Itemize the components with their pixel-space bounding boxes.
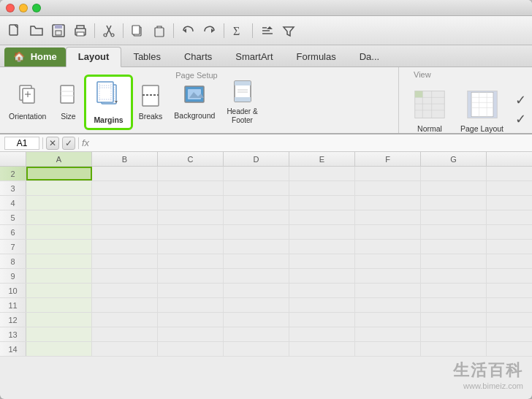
tab-layout[interactable]: Layout (66, 47, 122, 67)
cell[interactable] (92, 342, 158, 356)
cell[interactable] (92, 269, 158, 283)
cell[interactable] (421, 298, 487, 312)
cell[interactable] (421, 240, 487, 254)
cell[interactable] (92, 298, 158, 312)
cell[interactable] (92, 327, 158, 341)
cell[interactable] (355, 167, 421, 180)
formula-cancel[interactable]: ✕ (46, 137, 59, 150)
cell[interactable] (355, 342, 421, 356)
cell[interactable] (355, 240, 421, 254)
cell[interactable] (355, 210, 421, 224)
cell[interactable] (26, 327, 92, 341)
open-icon[interactable] (26, 20, 47, 41)
cell[interactable] (224, 313, 289, 327)
size-button[interactable]: Size (52, 77, 84, 127)
cell[interactable] (26, 196, 92, 210)
cell[interactable] (355, 196, 421, 210)
cell[interactable] (158, 225, 224, 239)
cell[interactable] (26, 298, 92, 312)
cell[interactable] (158, 196, 224, 210)
margins-button[interactable]: Margins (84, 75, 132, 130)
cell[interactable] (355, 254, 421, 268)
cell[interactable] (421, 284, 487, 297)
cell[interactable] (355, 298, 421, 312)
cell[interactable] (289, 240, 355, 254)
cell[interactable] (421, 181, 487, 195)
cell[interactable] (289, 225, 355, 239)
cut-icon[interactable] (99, 20, 119, 41)
cell[interactable] (289, 181, 355, 195)
formula-confirm[interactable]: ✓ (62, 137, 75, 150)
cell[interactable] (158, 342, 224, 356)
breaks-button[interactable]: Breaks (133, 77, 169, 127)
cell[interactable] (224, 269, 289, 283)
cell[interactable] (289, 298, 355, 312)
col-header-c[interactable]: C (158, 152, 224, 166)
cell[interactable] (26, 313, 92, 327)
sort-icon[interactable] (256, 20, 277, 41)
cell[interactable] (289, 269, 355, 283)
cell[interactable] (289, 196, 355, 210)
tab-data[interactable]: Da... (348, 48, 391, 66)
cell[interactable] (355, 284, 421, 297)
col-header-f[interactable]: F (355, 152, 421, 166)
background-button[interactable]: Background (168, 77, 221, 127)
cell[interactable] (158, 240, 224, 254)
paste-icon[interactable] (149, 20, 170, 41)
cell[interactable] (421, 196, 487, 210)
cell[interactable] (26, 210, 92, 224)
cell[interactable] (289, 254, 355, 268)
cell[interactable] (158, 327, 224, 341)
tab-tables[interactable]: Tables (121, 48, 172, 66)
tab-formulas[interactable]: Formulas (285, 48, 348, 66)
cell[interactable] (26, 342, 92, 356)
cell[interactable] (26, 240, 92, 254)
col-header-a[interactable]: A (26, 152, 92, 166)
cell[interactable] (26, 284, 92, 297)
cell[interactable] (224, 167, 289, 180)
cell[interactable] (355, 269, 421, 283)
cell[interactable] (224, 284, 289, 297)
cell[interactable] (224, 240, 289, 254)
cell[interactable] (158, 313, 224, 327)
col-header-d[interactable]: D (224, 152, 289, 166)
cell[interactable] (92, 313, 158, 327)
cell[interactable] (158, 210, 224, 224)
cell[interactable] (289, 210, 355, 224)
cell[interactable] (421, 254, 487, 268)
cell[interactable] (92, 240, 158, 254)
cell[interactable] (158, 298, 224, 312)
col-header-b[interactable]: B (92, 152, 158, 166)
cell[interactable] (421, 313, 487, 327)
copy-icon[interactable] (127, 20, 148, 41)
save-icon[interactable] (48, 20, 69, 41)
cell[interactable] (289, 327, 355, 341)
col-header-g[interactable]: G (421, 152, 487, 166)
cell[interactable] (355, 225, 421, 239)
cell[interactable] (92, 225, 158, 239)
cell[interactable] (289, 167, 355, 180)
print-icon[interactable] (70, 20, 91, 41)
cell[interactable] (92, 181, 158, 195)
cell[interactable] (355, 313, 421, 327)
tab-charts[interactable]: Charts (172, 48, 224, 66)
cell[interactable] (92, 167, 158, 180)
cell[interactable] (158, 167, 224, 180)
cell[interactable] (224, 254, 289, 268)
cell-reference-input[interactable] (4, 137, 39, 150)
col-header-e[interactable]: E (289, 152, 355, 166)
cell[interactable] (92, 254, 158, 268)
filter-icon[interactable] (278, 20, 299, 41)
cell[interactable] (158, 181, 224, 195)
cell[interactable] (224, 210, 289, 224)
cell[interactable] (26, 254, 92, 268)
cell[interactable] (289, 342, 355, 356)
new-icon[interactable] (4, 20, 25, 41)
close-button[interactable] (6, 4, 15, 12)
cell[interactable] (158, 269, 224, 283)
maximize-button[interactable] (32, 4, 41, 12)
cell[interactable] (421, 269, 487, 283)
tab-home[interactable]: 🏠 Home (4, 48, 66, 66)
cell[interactable] (26, 269, 92, 283)
cell[interactable] (355, 327, 421, 341)
